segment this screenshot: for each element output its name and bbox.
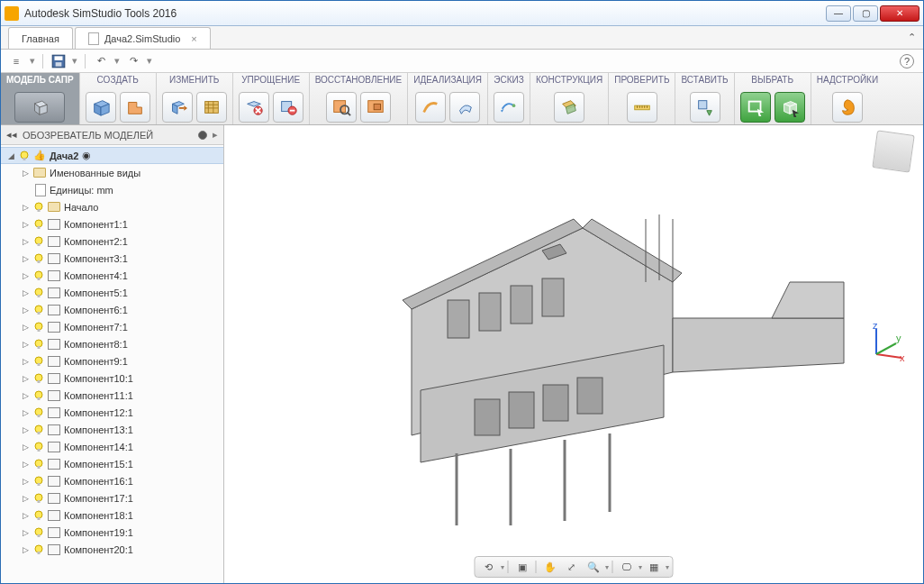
tree-component[interactable]: ▷Компонент12:1 — [1, 404, 223, 421]
bulb-icon[interactable] — [33, 270, 44, 281]
pin-icon[interactable]: ▸ — [213, 129, 218, 141]
tree-component[interactable]: ▷Компонент8:1 — [1, 335, 223, 352]
expand-arrow-icon[interactable]: ▷ — [21, 306, 30, 315]
bulb-icon[interactable] — [33, 493, 44, 504]
zoom-icon[interactable]: ⤢ — [562, 559, 582, 575]
bulb-icon[interactable] — [33, 202, 44, 213]
sketch-curve-icon[interactable] — [494, 92, 524, 123]
expand-arrow-icon[interactable]: ▷ — [21, 169, 30, 178]
orbit-icon[interactable]: ⟲ — [479, 559, 499, 575]
tree-component[interactable]: ▷Компонент15:1 — [1, 455, 223, 472]
restore-find-icon[interactable] — [326, 92, 357, 123]
expand-arrow-icon[interactable]: ▷ — [21, 340, 30, 349]
expand-arrow-icon[interactable]: ▷ — [21, 323, 30, 332]
expand-arrow-icon[interactable]: ▷ — [21, 425, 30, 434]
expand-arrow-icon[interactable]: ▷ — [21, 528, 30, 537]
bulb-icon[interactable] — [33, 442, 44, 452]
pan-icon[interactable]: ✋ — [540, 559, 560, 575]
bulb-icon[interactable] — [33, 510, 44, 521]
model-tree[interactable]: ◢ 👍 Дача2 ◉ ▷ Именованные виды Единицы: … — [1, 145, 223, 583]
save-icon[interactable] — [50, 53, 67, 69]
tree-component[interactable]: ▷Компонент17:1 — [1, 489, 223, 506]
expand-arrow-icon[interactable]: ▷ — [21, 408, 30, 417]
model-cube-icon[interactable] — [14, 92, 65, 123]
grid-icon[interactable]: ▦ — [644, 559, 664, 575]
tab-document[interactable]: Дача2.SimStudio × — [75, 27, 211, 49]
lookat-icon[interactable]: ▣ — [512, 559, 532, 575]
expand-arrow-icon[interactable]: ▷ — [21, 288, 30, 297]
bulb-icon[interactable] — [33, 407, 44, 418]
tree-component[interactable]: ▷Компонент9:1 — [1, 352, 223, 370]
tree-component[interactable]: ▷Компонент10:1 — [1, 370, 223, 387]
bulb-icon[interactable] — [19, 151, 30, 161]
create-box-icon[interactable] — [86, 92, 116, 123]
idealize-shell-icon[interactable] — [449, 92, 480, 123]
bulb-icon[interactable] — [33, 373, 44, 384]
simplify-delete-icon[interactable] — [273, 92, 303, 123]
tree-component[interactable]: ▷Компонент3:1 — [1, 250, 223, 267]
minimize-button[interactable]: — — [826, 5, 851, 22]
expand-arrow-icon[interactable]: ▷ — [21, 545, 30, 554]
maximize-button[interactable]: ▢ — [853, 5, 878, 22]
bulb-icon[interactable] — [33, 305, 44, 315]
tree-component[interactable]: ▷Компонент2:1 — [1, 233, 223, 250]
tree-named-views[interactable]: ▷ Именованные виды — [1, 164, 223, 181]
tree-component[interactable]: ▷Компонент1:1 — [1, 215, 223, 233]
simplify-remove-icon[interactable] — [239, 92, 269, 123]
help-icon[interactable]: ? — [900, 54, 914, 68]
expand-arrow-icon[interactable]: ▷ — [21, 357, 30, 366]
expand-arrow-icon[interactable]: ▷ — [21, 237, 30, 246]
bulb-icon[interactable] — [33, 527, 44, 538]
tree-origin[interactable]: ▷ Начало — [1, 198, 223, 215]
edit-pattern-icon[interactable] — [196, 92, 227, 123]
bulb-icon[interactable] — [33, 253, 44, 264]
expand-arrow-icon[interactable]: ▷ — [21, 494, 30, 503]
collapse-arrow-icon[interactable]: ◢ — [6, 151, 15, 160]
redo-icon[interactable]: ↷ — [125, 53, 141, 69]
target-icon[interactable]: ◉ — [82, 150, 91, 161]
expand-arrow-icon[interactable]: ▷ — [21, 511, 30, 520]
expand-arrow-icon[interactable]: ▷ — [21, 374, 30, 383]
create-shape-icon[interactable] — [120, 92, 150, 123]
restore-face-icon[interactable] — [360, 92, 391, 123]
bulb-icon[interactable] — [33, 476, 44, 487]
collapse-icon[interactable]: ◂◂ — [6, 129, 17, 141]
expand-arrow-icon[interactable]: ▷ — [21, 203, 30, 212]
bulb-icon[interactable] — [33, 459, 44, 470]
viewport-3d[interactable]: z x y ⟲▾ ▣ ✋ ⤢ 🔍▾ 🖵▾ ▦▾ — [224, 125, 923, 583]
tree-units[interactable]: Единицы: mm — [1, 181, 223, 198]
expand-arrow-icon[interactable]: ▷ — [21, 271, 30, 280]
display-icon[interactable]: 🖵 — [617, 559, 637, 575]
tree-component[interactable]: ▷Компонент7:1 — [1, 318, 223, 335]
expand-arrow-icon[interactable]: ▷ — [21, 254, 30, 263]
edit-pushpull-icon[interactable] — [162, 92, 193, 123]
bulb-icon[interactable] — [33, 356, 44, 367]
expand-arrow-icon[interactable]: ▷ — [21, 391, 30, 400]
tree-component[interactable]: ▷Компонент5:1 — [1, 284, 223, 301]
bulb-icon[interactable] — [33, 287, 44, 298]
bulb-icon[interactable] — [33, 424, 44, 435]
zoom-window-icon[interactable]: 🔍 — [584, 559, 603, 575]
expand-arrow-icon[interactable]: ▷ — [21, 477, 30, 486]
measure-icon[interactable] — [627, 92, 657, 123]
select-window-icon[interactable] — [740, 92, 771, 123]
tree-component[interactable]: ▷Компонент20:1 — [1, 541, 223, 558]
expand-arrow-icon[interactable]: ▷ — [21, 443, 30, 452]
bulb-icon[interactable] — [33, 322, 44, 333]
insert-component-icon[interactable] — [690, 92, 720, 123]
tree-root[interactable]: ◢ 👍 Дача2 ◉ — [1, 147, 223, 164]
undo-icon[interactable]: ↶ — [93, 53, 109, 69]
tree-component[interactable]: ▷Компонент4:1 — [1, 267, 223, 284]
tree-component[interactable]: ▷Компонент11:1 — [1, 387, 223, 404]
idealize-midsurface-icon[interactable] — [415, 92, 446, 123]
tree-component[interactable]: ▷Компонент6:1 — [1, 301, 223, 318]
tab-overflow-icon[interactable]: ⌃ — [908, 32, 916, 43]
tab-close-icon[interactable]: × — [191, 33, 196, 44]
tab-home[interactable]: Главная — [8, 27, 73, 49]
tree-component[interactable]: ▷Компонент18:1 — [1, 506, 223, 524]
options-icon[interactable] — [198, 131, 207, 140]
close-button[interactable]: ✕ — [880, 5, 919, 22]
bulb-icon[interactable] — [33, 390, 44, 401]
bulb-icon[interactable] — [33, 219, 44, 230]
tree-component[interactable]: ▷Компонент13:1 — [1, 421, 223, 438]
